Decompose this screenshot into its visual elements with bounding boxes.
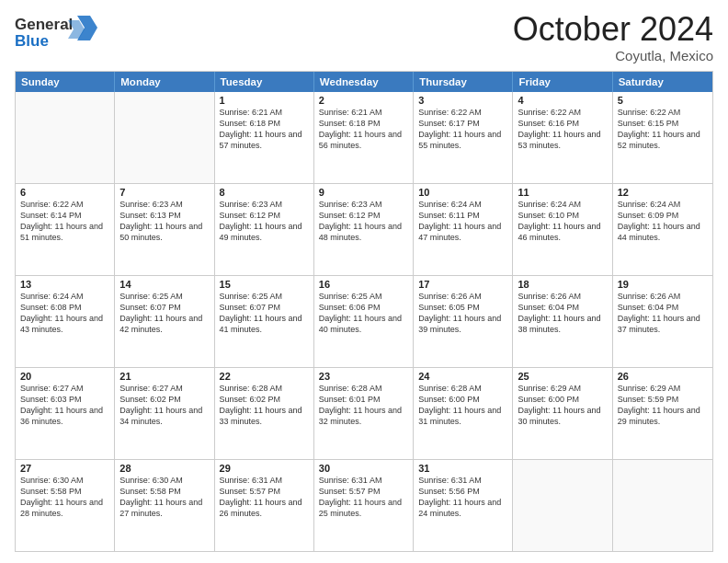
day-number: 25	[518, 371, 607, 382]
weekday-header-monday: Monday	[115, 72, 214, 92]
day-info: Sunrise: 6:28 AMSunset: 6:01 PMDaylight:…	[319, 383, 408, 428]
day-number: 28	[119, 463, 209, 474]
day-number: 12	[618, 187, 708, 198]
day-number: 16	[319, 279, 408, 290]
day-number: 24	[418, 371, 507, 382]
day-info: Sunrise: 6:22 AMSunset: 6:16 PMDaylight:…	[518, 107, 607, 152]
day-info: Sunrise: 6:26 AMSunset: 6:05 PMDaylight:…	[418, 291, 507, 336]
day-number: 17	[418, 279, 507, 290]
calendar-week-5: 27Sunrise: 6:30 AMSunset: 5:58 PMDayligh…	[16, 460, 712, 551]
calendar-body: 1Sunrise: 6:21 AMSunset: 6:18 PMDaylight…	[16, 92, 712, 551]
calendar: SundayMondayTuesdayWednesdayThursdayFrid…	[15, 71, 713, 552]
weekday-header-tuesday: Tuesday	[215, 72, 314, 92]
day-info: Sunrise: 6:27 AMSunset: 6:03 PMDaylight:…	[20, 383, 109, 428]
day-cell-17: 17Sunrise: 6:26 AMSunset: 6:05 PMDayligh…	[414, 276, 513, 367]
day-number: 4	[518, 95, 607, 106]
day-number: 14	[119, 279, 209, 290]
weekday-header-wednesday: Wednesday	[314, 72, 414, 92]
day-cell-21: 21Sunrise: 6:27 AMSunset: 6:02 PMDayligh…	[115, 368, 214, 459]
logo-area: General Blue	[15, 11, 97, 53]
weekday-header-saturday: Saturday	[613, 72, 712, 92]
day-cell-10: 10Sunrise: 6:24 AMSunset: 6:11 PMDayligh…	[414, 184, 513, 275]
day-cell-5: 5Sunrise: 6:22 AMSunset: 6:15 PMDaylight…	[613, 92, 712, 183]
day-info: Sunrise: 6:31 AMSunset: 5:56 PMDaylight:…	[418, 475, 507, 520]
day-number: 3	[418, 95, 507, 106]
day-number: 22	[220, 371, 309, 382]
day-number: 13	[20, 279, 109, 290]
day-cell-15: 15Sunrise: 6:25 AMSunset: 6:07 PMDayligh…	[215, 276, 314, 367]
day-info: Sunrise: 6:22 AMSunset: 6:17 PMDaylight:…	[418, 107, 507, 152]
day-number: 10	[418, 187, 507, 198]
header: General Blue October 2024 Coyutla, Mexic…	[15, 11, 713, 63]
day-cell-29: 29Sunrise: 6:31 AMSunset: 5:57 PMDayligh…	[215, 460, 314, 551]
day-number: 29	[220, 463, 309, 474]
day-info: Sunrise: 6:29 AMSunset: 5:59 PMDaylight:…	[618, 383, 708, 428]
day-info: Sunrise: 6:22 AMSunset: 6:14 PMDaylight:…	[20, 199, 109, 244]
day-cell-11: 11Sunrise: 6:24 AMSunset: 6:10 PMDayligh…	[513, 184, 612, 275]
title-area: October 2024 Coyutla, Mexico	[513, 11, 713, 63]
day-cell-23: 23Sunrise: 6:28 AMSunset: 6:01 PMDayligh…	[314, 368, 414, 459]
day-number: 27	[20, 463, 109, 474]
page: General Blue October 2024 Coyutla, Mexic…	[0, 0, 728, 563]
empty-cell	[115, 92, 214, 183]
day-info: Sunrise: 6:29 AMSunset: 6:00 PMDaylight:…	[518, 383, 607, 428]
day-cell-16: 16Sunrise: 6:25 AMSunset: 6:06 PMDayligh…	[314, 276, 414, 367]
day-info: Sunrise: 6:22 AMSunset: 6:15 PMDaylight:…	[618, 107, 708, 152]
day-number: 6	[20, 187, 109, 198]
day-cell-19: 19Sunrise: 6:26 AMSunset: 6:04 PMDayligh…	[613, 276, 712, 367]
day-info: Sunrise: 6:30 AMSunset: 5:58 PMDaylight:…	[119, 475, 209, 520]
day-number: 11	[518, 187, 607, 198]
day-number: 7	[119, 187, 209, 198]
day-cell-1: 1Sunrise: 6:21 AMSunset: 6:18 PMDaylight…	[215, 92, 314, 183]
day-info: Sunrise: 6:31 AMSunset: 5:57 PMDaylight:…	[319, 475, 408, 520]
day-info: Sunrise: 6:23 AMSunset: 6:12 PMDaylight:…	[220, 199, 309, 244]
day-cell-12: 12Sunrise: 6:24 AMSunset: 6:09 PMDayligh…	[613, 184, 712, 275]
day-info: Sunrise: 6:21 AMSunset: 6:18 PMDaylight:…	[220, 107, 309, 152]
title-location: Coyutla, Mexico	[513, 48, 713, 63]
weekday-header-thursday: Thursday	[414, 72, 513, 92]
day-number: 20	[20, 371, 109, 382]
calendar-week-1: 1Sunrise: 6:21 AMSunset: 6:18 PMDaylight…	[16, 92, 712, 184]
svg-text:General: General	[15, 16, 73, 33]
day-info: Sunrise: 6:24 AMSunset: 6:09 PMDaylight:…	[618, 199, 708, 244]
day-info: Sunrise: 6:23 AMSunset: 6:12 PMDaylight:…	[319, 199, 408, 244]
day-cell-26: 26Sunrise: 6:29 AMSunset: 5:59 PMDayligh…	[613, 368, 712, 459]
day-number: 5	[618, 95, 708, 106]
day-cell-13: 13Sunrise: 6:24 AMSunset: 6:08 PMDayligh…	[16, 276, 115, 367]
day-cell-30: 30Sunrise: 6:31 AMSunset: 5:57 PMDayligh…	[314, 460, 414, 551]
day-cell-18: 18Sunrise: 6:26 AMSunset: 6:04 PMDayligh…	[513, 276, 612, 367]
day-info: Sunrise: 6:30 AMSunset: 5:58 PMDaylight:…	[20, 475, 109, 520]
svg-text:Blue: Blue	[15, 32, 49, 50]
day-number: 15	[220, 279, 309, 290]
empty-cell	[16, 92, 115, 183]
day-number: 8	[220, 187, 309, 198]
day-info: Sunrise: 6:25 AMSunset: 6:07 PMDaylight:…	[220, 291, 309, 336]
day-info: Sunrise: 6:26 AMSunset: 6:04 PMDaylight:…	[618, 291, 708, 336]
day-number: 26	[618, 371, 708, 382]
empty-cell	[613, 460, 712, 551]
day-cell-28: 28Sunrise: 6:30 AMSunset: 5:58 PMDayligh…	[115, 460, 214, 551]
day-info: Sunrise: 6:26 AMSunset: 6:04 PMDaylight:…	[518, 291, 607, 336]
calendar-header: SundayMondayTuesdayWednesdayThursdayFrid…	[16, 72, 712, 92]
day-number: 21	[119, 371, 209, 382]
day-info: Sunrise: 6:25 AMSunset: 6:07 PMDaylight:…	[119, 291, 209, 336]
day-info: Sunrise: 6:27 AMSunset: 6:02 PMDaylight:…	[119, 383, 209, 428]
day-info: Sunrise: 6:28 AMSunset: 6:00 PMDaylight:…	[418, 383, 507, 428]
day-cell-31: 31Sunrise: 6:31 AMSunset: 5:56 PMDayligh…	[414, 460, 513, 551]
day-number: 19	[618, 279, 708, 290]
day-info: Sunrise: 6:24 AMSunset: 6:11 PMDaylight:…	[418, 199, 507, 244]
day-cell-7: 7Sunrise: 6:23 AMSunset: 6:13 PMDaylight…	[115, 184, 214, 275]
day-cell-4: 4Sunrise: 6:22 AMSunset: 6:16 PMDaylight…	[513, 92, 612, 183]
day-cell-8: 8Sunrise: 6:23 AMSunset: 6:12 PMDaylight…	[215, 184, 314, 275]
empty-cell	[513, 460, 612, 551]
day-number: 23	[319, 371, 408, 382]
calendar-week-4: 20Sunrise: 6:27 AMSunset: 6:03 PMDayligh…	[16, 368, 712, 460]
logo-svg: General Blue	[15, 11, 97, 50]
day-info: Sunrise: 6:24 AMSunset: 6:10 PMDaylight:…	[518, 199, 607, 244]
calendar-week-2: 6Sunrise: 6:22 AMSunset: 6:14 PMDaylight…	[16, 184, 712, 276]
day-info: Sunrise: 6:28 AMSunset: 6:02 PMDaylight:…	[220, 383, 309, 428]
day-info: Sunrise: 6:31 AMSunset: 5:57 PMDaylight:…	[220, 475, 309, 520]
day-cell-27: 27Sunrise: 6:30 AMSunset: 5:58 PMDayligh…	[16, 460, 115, 551]
day-info: Sunrise: 6:24 AMSunset: 6:08 PMDaylight:…	[20, 291, 109, 336]
day-cell-2: 2Sunrise: 6:21 AMSunset: 6:18 PMDaylight…	[314, 92, 414, 183]
